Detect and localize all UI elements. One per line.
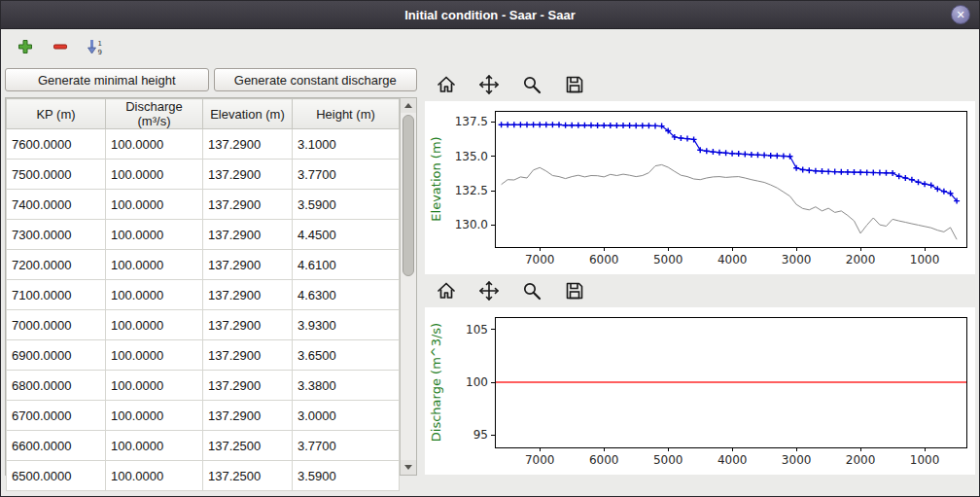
plot1-zoom-button[interactable] [518,71,545,98]
table-cell[interactable]: 137.2500 [203,431,293,461]
table-cell[interactable]: 6700.0000 [7,401,106,431]
table-cell[interactable]: 100.0000 [106,340,203,371]
vertical-scrollbar[interactable] [400,98,416,475]
table-cell[interactable]: 100.0000 [106,401,203,431]
table-cell[interactable]: 7200.0000 [7,250,106,280]
table-cell[interactable]: 100.0000 [106,461,203,491]
elevation-plot-canvas[interactable]: 7000600050004000300020001000130.0132.513… [425,101,975,274]
remove-row-button[interactable] [48,34,73,59]
table-cell[interactable]: 137.2900 [203,220,293,250]
window-title: Initial condition - Saar - Saar [404,8,576,22]
table-cell[interactable]: 6600.0000 [7,431,106,461]
triangle-down-icon [404,465,412,470]
table-cell[interactable]: 4.6100 [293,250,400,280]
column-header[interactable]: Discharge (m³/s) [106,99,203,129]
table-cell[interactable]: 137.2900 [203,371,293,401]
table-cell[interactable]: 100.0000 [106,220,203,250]
column-header[interactable]: KP (m) [7,99,106,129]
add-row-button[interactable] [13,34,38,59]
x-tick-label: 2000 [846,453,876,467]
scrollbar-thumb[interactable] [402,115,414,276]
left-panel: Generate minimal height Generate constan… [1,64,421,496]
table-cell[interactable]: 3.7700 [293,160,400,190]
close-icon: ✕ [956,9,964,20]
table-cell[interactable]: 137.2900 [203,401,293,431]
table-cell[interactable]: 3.5900 [293,461,400,491]
table-cell[interactable]: 137.2900 [203,310,293,340]
generate-constant-discharge-button[interactable]: Generate constant discharge [214,68,418,91]
table-cell[interactable]: 100.0000 [106,160,203,190]
plot2-save-button[interactable] [561,277,588,304]
y-tick-label: 105 [466,323,488,337]
scroll-up-button[interactable] [401,98,416,113]
table-cell[interactable]: 137.2900 [203,129,293,160]
sort-digit-top: 1 [98,40,102,48]
table-cell[interactable]: 7400.0000 [7,190,106,220]
plot2-zoom-button[interactable] [518,277,545,304]
plot2-home-button[interactable] [433,277,460,304]
column-header[interactable]: Height (m) [293,99,400,129]
table-cell[interactable]: 7500.0000 [7,160,106,190]
main-toolbar: 1 9 [1,29,979,64]
table-cell[interactable]: 100.0000 [106,190,203,220]
table-cell[interactable]: 6900.0000 [7,340,106,371]
table-cell[interactable]: 3.0000 [293,401,400,431]
table-cell[interactable]: 7100.0000 [7,280,106,310]
discharge-figure: 700060005000400030002000100095100105Disc… [425,307,975,475]
table-cell[interactable]: 6800.0000 [7,371,106,401]
discharge-plot-canvas[interactable]: 700060005000400030002000100095100105Disc… [425,307,975,475]
table-cell[interactable]: 6500.0000 [7,461,106,491]
table-cell[interactable]: 4.6300 [293,280,400,310]
y-tick-label: 95 [473,428,488,442]
table-cell[interactable]: 137.2900 [203,340,293,371]
plots-panel: 7000600050004000300020001000130.0132.513… [421,64,979,496]
table-cell[interactable]: 3.1000 [293,129,400,160]
home-icon [436,74,457,95]
plot1-pan-button[interactable] [475,71,503,98]
discharge-plot-toolbar [425,274,975,307]
save-icon [564,280,585,302]
titlebar[interactable]: Initial condition - Saar - Saar ✕ [1,1,979,29]
table-cell[interactable]: 3.7700 [293,431,400,461]
table-cell[interactable]: 137.2900 [203,280,293,310]
plot1-home-button[interactable] [433,71,460,98]
table-cell[interactable]: 100.0000 [106,371,203,401]
table-row: 7000.0000100.0000137.29003.9300 [7,310,400,340]
y-axis-label: Discharge (m^3/s) [429,323,443,442]
table-cell[interactable]: 100.0000 [106,431,203,461]
y-tick-label: 100 [466,375,488,389]
generate-minimal-height-button[interactable]: Generate minimal height [5,68,209,91]
scrollbar-track[interactable] [401,113,416,460]
column-header[interactable]: Elevation (m) [203,99,293,129]
table-cell[interactable]: 137.2500 [203,461,293,491]
x-tick-label: 3000 [782,453,812,467]
y-tick-label: 130.0 [455,218,488,231]
table-cell[interactable]: 100.0000 [106,129,203,160]
plot2-pan-button[interactable] [475,277,503,304]
pan-icon [478,280,500,302]
y-tick-label: 132.5 [455,184,488,197]
table-cell[interactable]: 137.2900 [203,250,293,280]
plot1-save-button[interactable] [561,71,588,98]
table-row: 7100.0000100.0000137.29004.6300 [7,280,400,310]
table-cell[interactable]: 7600.0000 [7,129,106,160]
x-tick-label: 4000 [718,253,748,266]
table-cell[interactable]: 100.0000 [106,250,203,280]
table-cell[interactable]: 100.0000 [106,310,203,340]
x-tick-label: 7000 [525,453,555,467]
table-cell[interactable]: 3.5900 [293,190,400,220]
table-cell[interactable]: 4.4500 [293,220,400,250]
table-cell[interactable]: 3.3800 [293,371,400,401]
table-cell[interactable]: 3.9300 [293,310,400,340]
close-button[interactable]: ✕ [951,5,970,24]
table-cell[interactable]: 137.2900 [203,160,293,190]
scroll-down-button[interactable] [401,460,416,475]
y-tick-label: 135.0 [455,150,488,163]
table-cell[interactable]: 137.2900 [203,190,293,220]
sort-button[interactable]: 1 9 [83,34,108,59]
table-cell[interactable]: 7300.0000 [7,220,106,250]
table-cell[interactable]: 3.6500 [293,340,400,371]
table-cell[interactable]: 7000.0000 [7,310,106,340]
table-cell[interactable]: 100.0000 [106,280,203,310]
y-tick-label: 137.5 [455,115,488,128]
